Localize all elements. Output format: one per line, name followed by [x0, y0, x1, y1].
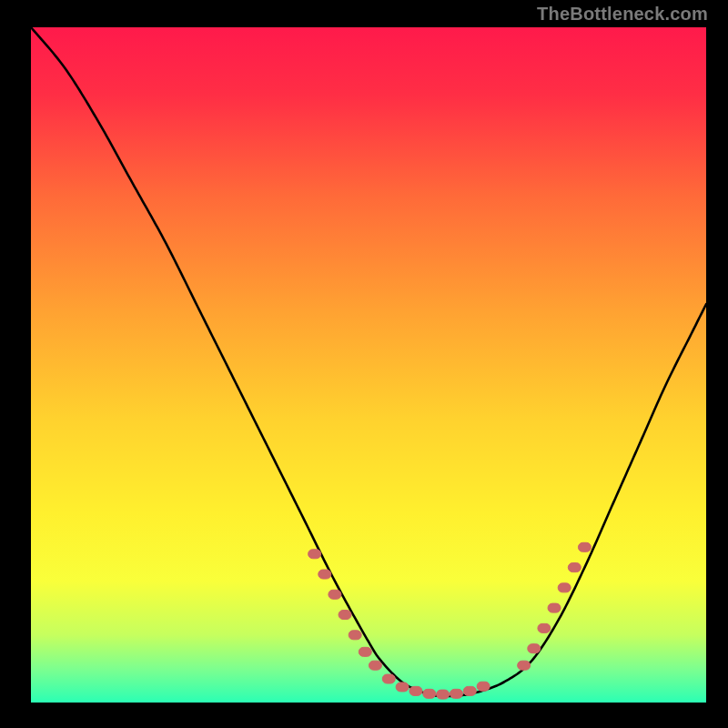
plot-area	[31, 27, 706, 703]
curve-marker	[339, 611, 351, 620]
curve-marker	[423, 689, 436, 698]
curve-marker	[437, 690, 450, 699]
curve-marker	[396, 682, 409, 692]
curve-marker	[410, 686, 422, 695]
curve-marker	[558, 583, 571, 592]
curve-marker	[568, 563, 581, 572]
chart-frame: TheBottleneck.com	[0, 0, 728, 728]
curve-marker	[578, 542, 591, 551]
curve-marker	[369, 661, 381, 670]
curve-marker	[538, 623, 551, 632]
chart-svg	[31, 27, 706, 703]
watermark-text: TheBottleneck.com	[537, 4, 708, 25]
curve-marker	[463, 686, 476, 695]
curve-marker	[518, 661, 531, 670]
curve-marker	[528, 644, 541, 653]
curve-marker	[548, 603, 561, 612]
gradient-background	[31, 27, 706, 703]
curve-marker	[329, 590, 341, 599]
curve-marker	[308, 550, 321, 559]
curve-marker	[349, 631, 361, 640]
curve-marker	[382, 674, 395, 683]
curve-marker	[359, 647, 371, 656]
curve-marker	[477, 682, 490, 691]
curve-marker	[450, 689, 462, 698]
curve-marker	[318, 570, 331, 579]
